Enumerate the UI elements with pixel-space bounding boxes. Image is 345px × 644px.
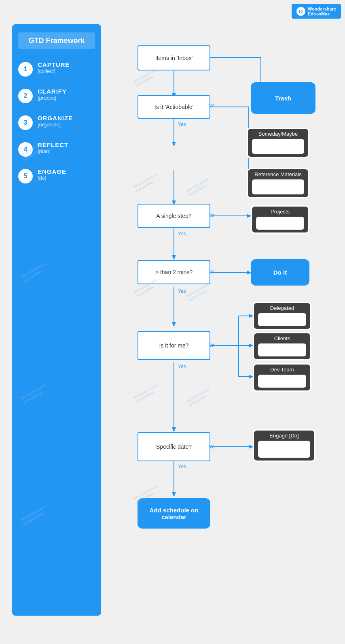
- node-reference: Reference Materials: [247, 168, 309, 198]
- node-devteam-label: Dev Team: [254, 367, 310, 373]
- sidebar-sub-clarify: [proces]: [38, 95, 67, 101]
- sidebar-label-reflect: REFLECT: [38, 141, 68, 148]
- node-someday-label: Someday/Maybe: [248, 131, 308, 137]
- sidebar-item-engage: 5 ENGAGE [do]: [18, 168, 95, 183]
- node-someday: Someday/Maybe: [247, 128, 309, 158]
- watermark-sidebar-2: WondershareEdrawMax: [20, 261, 49, 284]
- node-delegated-label: Delegated: [254, 305, 310, 311]
- node-actionable-label: Is it 'Actiobable': [155, 104, 193, 110]
- watermark-flow-3: WondershareEdrawMax: [186, 177, 212, 197]
- node-clients-label: Clients: [254, 335, 310, 341]
- label-no-actionable: No: [208, 103, 214, 109]
- flowchart-area: Items in 'Inbox' Trash Is it 'Actiobable…: [109, 24, 345, 644]
- node-specific-date: Specific date?: [138, 432, 210, 461]
- watermark-flow-5: WondershareEdrawMax: [186, 282, 212, 303]
- brand-name: Wondershare: [308, 6, 336, 11]
- node-reference-inner: [252, 179, 304, 194]
- label-no-single: No: [208, 213, 214, 218]
- node-delegated: Delegated: [253, 302, 311, 330]
- sidebar-sub-engage: [do]: [38, 175, 66, 181]
- label-yes-specific: Yes: [178, 464, 186, 469]
- node-doit: Do it: [251, 259, 309, 286]
- sidebar-number-3: 3: [18, 115, 33, 130]
- sidebar-sub-reflect: [plan]: [38, 148, 68, 154]
- node-inbox-label: Items in 'Inbox': [155, 55, 193, 61]
- svg-marker-6: [172, 142, 176, 147]
- sidebar-number-1: 1: [18, 62, 33, 77]
- svg-marker-17: [172, 255, 176, 260]
- svg-marker-32: [172, 427, 176, 432]
- watermark-sidebar-4: WondershareEdrawMax: [20, 504, 49, 527]
- sidebar-item-clarify: 2 CLARIFY [proces]: [18, 88, 95, 103]
- node-someday-inner: [252, 139, 304, 154]
- sidebar-title: GTD Framework: [18, 32, 95, 49]
- watermark-flow-2: WondershareEdrawMax: [133, 173, 160, 193]
- node-twomins-label: > than 2 mins?: [155, 269, 193, 275]
- svg-marker-21: [172, 322, 176, 327]
- sidebar-label-organize: ORGANIZE: [38, 115, 73, 122]
- watermark-sidebar-3: WondershareEdrawMax: [20, 382, 49, 405]
- node-clients: Clients: [253, 332, 311, 360]
- label-yes-twomins: Yes: [178, 288, 186, 294]
- sidebar-item-reflect: 4 REFLECT [plan]: [18, 141, 95, 157]
- node-actionable: Is it 'Actiobable': [138, 95, 210, 119]
- node-forme: Is it for me?: [138, 331, 210, 360]
- node-engagedo-label: Engage [Do]: [254, 433, 314, 439]
- watermark-flow-7: WondershareEdrawMax: [186, 387, 212, 408]
- label-no-forme: No: [208, 343, 214, 348]
- product-name: EdrawMax: [308, 11, 336, 16]
- node-single-step: A single step?: [138, 204, 210, 228]
- sidebar-item-organize: 3 ORGANIZE [organize]: [18, 115, 95, 130]
- node-specific-date-label: Specific date?: [156, 444, 192, 450]
- label-yes-single: Yes: [178, 231, 186, 237]
- node-single-step-label: A single step?: [156, 213, 191, 219]
- sidebar-label-engage: ENGAGE: [38, 168, 66, 175]
- node-addschedule-label: Add schedule on calendar: [140, 507, 208, 520]
- node-twomins: > than 2 mins?: [138, 260, 210, 284]
- node-devteam-inner: [258, 375, 306, 388]
- sidebar-item-capture: 1 CAPTURE [collect]: [18, 61, 95, 77]
- sidebar: GTD Framework 1 CAPTURE [collect] 2 CLAR…: [12, 24, 101, 616]
- node-delegated-inner: [258, 313, 306, 326]
- svg-marker-36: [172, 492, 176, 497]
- logo-badge: D Wondershare EdrawMax: [292, 4, 341, 19]
- sidebar-number-2: 2: [18, 89, 33, 103]
- label-yes-actionable: Yes: [178, 122, 186, 127]
- node-engagedo: Engage [Do]: [253, 429, 315, 462]
- node-trash-label: Trash: [275, 95, 291, 102]
- sidebar-label-capture: CAPTURE: [38, 61, 70, 68]
- sidebar-sub-capture: [collect]: [38, 68, 70, 74]
- label-no-specific: No: [208, 444, 214, 450]
- node-projects-label: Projects: [252, 209, 308, 215]
- sidebar-number-5: 5: [18, 169, 33, 183]
- node-addschedule: Add schedule on calendar: [138, 498, 210, 529]
- sidebar-number-4: 4: [18, 142, 33, 157]
- watermark-flow-6: WondershareEdrawMax: [133, 383, 160, 404]
- label-no-twomins: No: [208, 269, 214, 275]
- node-reference-label: Reference Materials: [248, 171, 308, 177]
- node-clients-inner: [258, 343, 306, 356]
- node-projects: Projects: [251, 205, 309, 234]
- node-doit-label: Do it: [273, 269, 287, 276]
- sidebar-sub-organize: [organize]: [38, 122, 73, 128]
- node-trash: Trash: [251, 82, 315, 114]
- node-engagedo-inner: [258, 441, 310, 458]
- sidebar-label-clarify: CLARIFY: [38, 88, 67, 95]
- logo-icon: D: [296, 7, 305, 16]
- node-inbox: Items in 'Inbox': [138, 45, 210, 70]
- label-yes-forme: Yes: [178, 364, 186, 369]
- node-projects-inner: [256, 217, 304, 230]
- node-forme-label: Is it for me?: [159, 342, 188, 349]
- node-devteam: Dev Team: [253, 363, 311, 392]
